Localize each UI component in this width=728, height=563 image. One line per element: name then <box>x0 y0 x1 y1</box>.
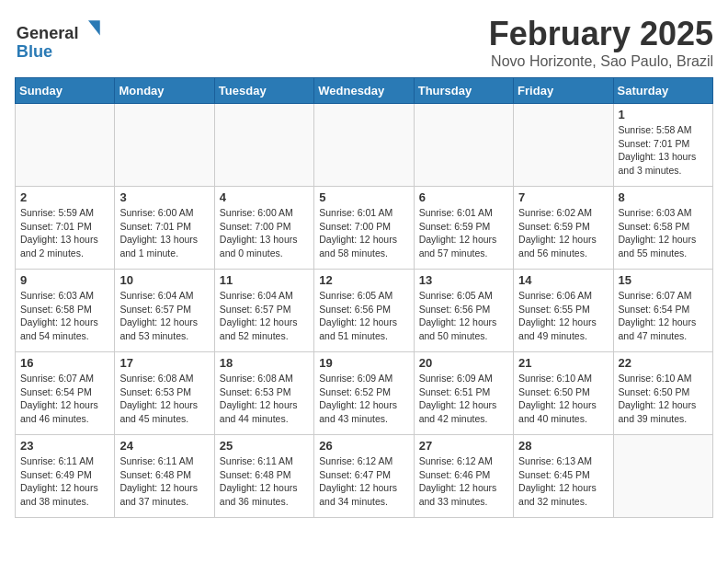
title-section: February 2025 Novo Horizonte, Sao Paulo,… <box>489 15 713 70</box>
header-day-wednesday: Wednesday <box>314 78 414 104</box>
day-number: 3 <box>119 190 209 204</box>
calendar-cell: 17Sunrise: 6:08 AM Sunset: 6:53 PM Dayli… <box>115 352 214 435</box>
day-info: Sunrise: 6:05 AM Sunset: 6:56 PM Dayligh… <box>319 289 408 343</box>
header-day-sunday: Sunday <box>16 78 115 104</box>
day-number: 16 <box>20 356 109 370</box>
calendar-cell: 27Sunrise: 6:12 AM Sunset: 6:46 PM Dayli… <box>414 435 513 518</box>
day-info: Sunrise: 6:04 AM Sunset: 6:57 PM Dayligh… <box>119 289 209 343</box>
calendar-table: SundayMondayTuesdayWednesdayThursdayFrid… <box>15 77 713 518</box>
day-info: Sunrise: 6:00 AM Sunset: 7:01 PM Dayligh… <box>119 206 209 260</box>
page-subtitle: Novo Horizonte, Sao Paulo, Brazil <box>489 53 713 70</box>
calendar-cell: 11Sunrise: 6:04 AM Sunset: 6:57 PM Dayli… <box>214 270 313 352</box>
day-number: 14 <box>518 273 608 287</box>
calendar-cell: 4Sunrise: 6:00 AM Sunset: 7:00 PM Daylig… <box>214 187 313 270</box>
calendar-cell: 1Sunrise: 5:58 AM Sunset: 7:01 PM Daylig… <box>613 104 712 187</box>
day-info: Sunrise: 6:04 AM Sunset: 6:57 PM Dayligh… <box>220 289 309 343</box>
day-info: Sunrise: 6:07 AM Sunset: 6:54 PM Dayligh… <box>619 289 708 343</box>
calendar-week-3: 9Sunrise: 6:03 AM Sunset: 6:58 PM Daylig… <box>16 270 713 352</box>
day-number: 10 <box>119 273 209 287</box>
calendar-cell <box>115 104 214 187</box>
page-title: February 2025 <box>489 15 713 53</box>
day-number: 26 <box>319 439 408 453</box>
day-info: Sunrise: 6:11 AM Sunset: 6:48 PM Dayligh… <box>119 454 209 509</box>
day-number: 19 <box>319 356 408 370</box>
day-number: 27 <box>419 439 508 453</box>
day-number: 28 <box>518 439 608 453</box>
day-number: 24 <box>119 439 209 453</box>
calendar-cell: 13Sunrise: 6:05 AM Sunset: 6:56 PM Dayli… <box>414 270 513 352</box>
calendar-cell <box>214 104 313 187</box>
calendar-cell: 20Sunrise: 6:09 AM Sunset: 6:51 PM Dayli… <box>414 352 513 435</box>
day-info: Sunrise: 6:03 AM Sunset: 6:58 PM Dayligh… <box>20 289 109 343</box>
day-info: Sunrise: 6:09 AM Sunset: 6:51 PM Dayligh… <box>419 372 508 426</box>
day-number: 25 <box>220 439 309 453</box>
day-info: Sunrise: 6:02 AM Sunset: 6:59 PM Dayligh… <box>518 206 608 260</box>
calendar-cell: 28Sunrise: 6:13 AM Sunset: 6:45 PM Dayli… <box>514 435 613 518</box>
day-number: 2 <box>20 190 109 204</box>
calendar-cell: 16Sunrise: 6:07 AM Sunset: 6:54 PM Dayli… <box>16 352 115 435</box>
calendar-cell: 2Sunrise: 5:59 AM Sunset: 7:01 PM Daylig… <box>16 187 115 270</box>
day-info: Sunrise: 6:01 AM Sunset: 6:59 PM Dayligh… <box>419 206 508 260</box>
day-info: Sunrise: 6:08 AM Sunset: 6:53 PM Dayligh… <box>220 372 309 426</box>
page-header: General Blue February 2025 Novo Horizont… <box>15 15 713 70</box>
calendar-cell <box>613 435 712 518</box>
day-number: 13 <box>419 273 508 287</box>
svg-text:Blue: Blue <box>17 42 52 61</box>
day-info: Sunrise: 6:10 AM Sunset: 6:50 PM Dayligh… <box>518 372 608 426</box>
calendar-cell: 12Sunrise: 6:05 AM Sunset: 6:56 PM Dayli… <box>314 270 414 352</box>
day-number: 5 <box>319 190 408 204</box>
calendar-week-2: 2Sunrise: 5:59 AM Sunset: 7:01 PM Daylig… <box>16 187 713 270</box>
day-info: Sunrise: 6:12 AM Sunset: 6:47 PM Dayligh… <box>319 454 408 509</box>
header-day-friday: Friday <box>514 78 613 104</box>
day-number: 17 <box>119 356 209 370</box>
calendar-cell: 3Sunrise: 6:00 AM Sunset: 7:01 PM Daylig… <box>115 187 214 270</box>
calendar-cell <box>16 104 115 187</box>
day-number: 6 <box>419 190 508 204</box>
day-number: 12 <box>319 273 408 287</box>
calendar-header: SundayMondayTuesdayWednesdayThursdayFrid… <box>16 78 713 104</box>
day-info: Sunrise: 6:11 AM Sunset: 6:48 PM Dayligh… <box>220 454 309 509</box>
calendar-cell <box>414 104 513 187</box>
day-number: 23 <box>20 439 109 453</box>
calendar-cell <box>314 104 414 187</box>
calendar-cell: 9Sunrise: 6:03 AM Sunset: 6:58 PM Daylig… <box>16 270 115 352</box>
calendar-cell: 15Sunrise: 6:07 AM Sunset: 6:54 PM Dayli… <box>613 270 712 352</box>
day-number: 15 <box>619 273 708 287</box>
day-number: 1 <box>619 108 708 121</box>
calendar-week-1: 1Sunrise: 5:58 AM Sunset: 7:01 PM Daylig… <box>16 104 713 187</box>
day-info: Sunrise: 6:11 AM Sunset: 6:49 PM Dayligh… <box>20 454 109 509</box>
header-day-monday: Monday <box>115 78 214 104</box>
day-info: Sunrise: 6:05 AM Sunset: 6:56 PM Dayligh… <box>419 289 508 343</box>
day-number: 22 <box>619 356 708 370</box>
header-day-thursday: Thursday <box>414 78 513 104</box>
header-day-saturday: Saturday <box>613 78 712 104</box>
calendar-cell: 7Sunrise: 6:02 AM Sunset: 6:59 PM Daylig… <box>514 187 613 270</box>
day-number: 8 <box>619 190 708 204</box>
calendar-cell: 26Sunrise: 6:12 AM Sunset: 6:47 PM Dayli… <box>314 435 414 518</box>
calendar-cell: 22Sunrise: 6:10 AM Sunset: 6:50 PM Dayli… <box>613 352 712 435</box>
day-info: Sunrise: 6:06 AM Sunset: 6:55 PM Dayligh… <box>518 289 608 343</box>
day-info: Sunrise: 5:59 AM Sunset: 7:01 PM Dayligh… <box>20 206 109 260</box>
calendar-body: 1Sunrise: 5:58 AM Sunset: 7:01 PM Daylig… <box>16 104 713 518</box>
logo-svg: General Blue <box>15 15 107 65</box>
day-info: Sunrise: 6:09 AM Sunset: 6:52 PM Dayligh… <box>319 372 408 426</box>
day-info: Sunrise: 6:12 AM Sunset: 6:46 PM Dayligh… <box>419 454 508 509</box>
logo: General Blue <box>15 15 107 65</box>
day-info: Sunrise: 6:13 AM Sunset: 6:45 PM Dayligh… <box>518 454 608 509</box>
day-number: 11 <box>220 273 309 287</box>
calendar-cell: 19Sunrise: 6:09 AM Sunset: 6:52 PM Dayli… <box>314 352 414 435</box>
calendar-cell: 21Sunrise: 6:10 AM Sunset: 6:50 PM Dayli… <box>514 352 613 435</box>
header-day-tuesday: Tuesday <box>214 78 313 104</box>
calendar-cell: 18Sunrise: 6:08 AM Sunset: 6:53 PM Dayli… <box>214 352 313 435</box>
calendar-cell: 10Sunrise: 6:04 AM Sunset: 6:57 PM Dayli… <box>115 270 214 352</box>
calendar-cell: 24Sunrise: 6:11 AM Sunset: 6:48 PM Dayli… <box>115 435 214 518</box>
calendar-cell: 23Sunrise: 6:11 AM Sunset: 6:49 PM Dayli… <box>16 435 115 518</box>
header-row: SundayMondayTuesdayWednesdayThursdayFrid… <box>16 78 713 104</box>
calendar-cell: 6Sunrise: 6:01 AM Sunset: 6:59 PM Daylig… <box>414 187 513 270</box>
calendar-week-5: 23Sunrise: 6:11 AM Sunset: 6:49 PM Dayli… <box>16 435 713 518</box>
calendar-cell: 8Sunrise: 6:03 AM Sunset: 6:58 PM Daylig… <box>613 187 712 270</box>
calendar-cell <box>514 104 613 187</box>
calendar-cell: 25Sunrise: 6:11 AM Sunset: 6:48 PM Dayli… <box>214 435 313 518</box>
calendar-cell: 14Sunrise: 6:06 AM Sunset: 6:55 PM Dayli… <box>514 270 613 352</box>
day-number: 9 <box>20 273 109 287</box>
